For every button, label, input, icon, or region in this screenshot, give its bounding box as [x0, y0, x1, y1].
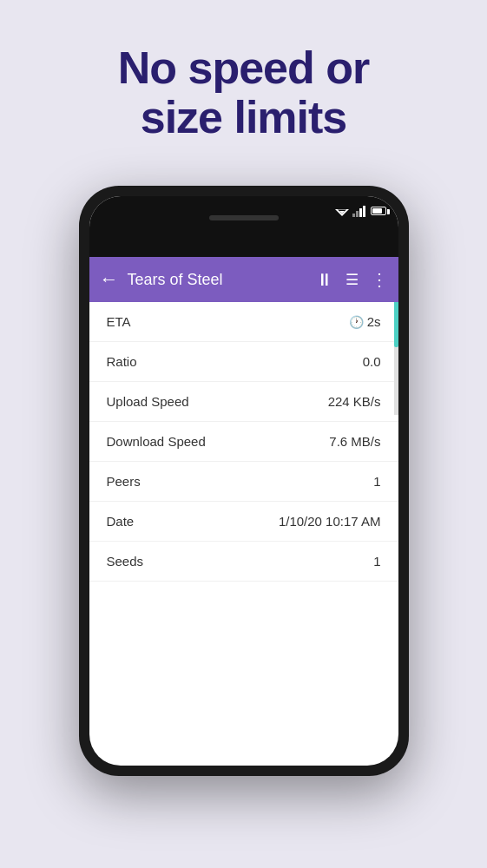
- value-download-speed: 7.6 MB/s: [329, 434, 380, 449]
- row-eta: ETA 🕐2s: [89, 302, 398, 342]
- progress-bar-fill: [394, 302, 398, 347]
- row-download-speed: Download Speed 7.6 MB/s: [89, 422, 398, 462]
- label-seeds: Seeds: [107, 554, 144, 569]
- label-download-speed: Download Speed: [107, 434, 206, 449]
- list-button[interactable]: ☰: [346, 271, 359, 289]
- value-peers: 1: [373, 474, 380, 489]
- back-button[interactable]: ←: [100, 268, 119, 291]
- row-upload-speed: Upload Speed 224 KB/s: [89, 382, 398, 422]
- headline-line2: size limits: [141, 92, 347, 142]
- headline-line1: No speed or: [118, 43, 370, 93]
- app-bar: ← Tears of Steel ⏸ ☰ ⋮: [89, 257, 398, 302]
- progress-bar: [394, 302, 398, 415]
- phone-speaker: [209, 215, 279, 220]
- phone-top-bezel: [89, 196, 398, 257]
- clock-icon: 🕐: [349, 315, 364, 329]
- label-upload-speed: Upload Speed: [107, 394, 189, 409]
- more-button[interactable]: ⋮: [371, 269, 388, 290]
- label-eta: ETA: [107, 314, 131, 329]
- value-ratio: 0.0: [363, 354, 381, 369]
- value-seeds: 1: [373, 554, 380, 569]
- pause-button[interactable]: ⏸: [316, 270, 333, 290]
- row-ratio: Ratio 0.0: [89, 342, 398, 382]
- label-peers: Peers: [107, 474, 141, 489]
- phone-screen: ← Tears of Steel ⏸ ☰ ⋮ ETA 🕐2s: [89, 196, 398, 766]
- row-date: Date 1/10/20 10:17 AM: [89, 502, 398, 542]
- label-date: Date: [107, 514, 135, 529]
- status-bar: [335, 205, 386, 217]
- battery-icon: [371, 207, 386, 215]
- row-peers: Peers 1: [89, 462, 398, 502]
- label-ratio: Ratio: [107, 354, 137, 369]
- app-bar-title: Tears of Steel: [128, 271, 307, 289]
- phone-mockup: ← Tears of Steel ⏸ ☰ ⋮ ETA 🕐2s: [79, 186, 409, 776]
- value-eta: 🕐2s: [349, 314, 381, 329]
- row-seeds: Seeds 1: [89, 542, 398, 582]
- value-upload-speed: 224 KB/s: [328, 394, 381, 409]
- phone-outer-shell: ← Tears of Steel ⏸ ☰ ⋮ ETA 🕐2s: [79, 186, 409, 776]
- content-area: ETA 🕐2s Ratio 0.0 Upload Speed 224 KB/s: [89, 302, 398, 582]
- signal-bars: [352, 205, 365, 217]
- wifi-icon: [335, 206, 349, 216]
- app-bar-actions: ⏸ ☰ ⋮: [316, 269, 388, 290]
- headline: No speed or size limits: [83, 43, 405, 142]
- value-date: 1/10/20 10:17 AM: [279, 514, 381, 529]
